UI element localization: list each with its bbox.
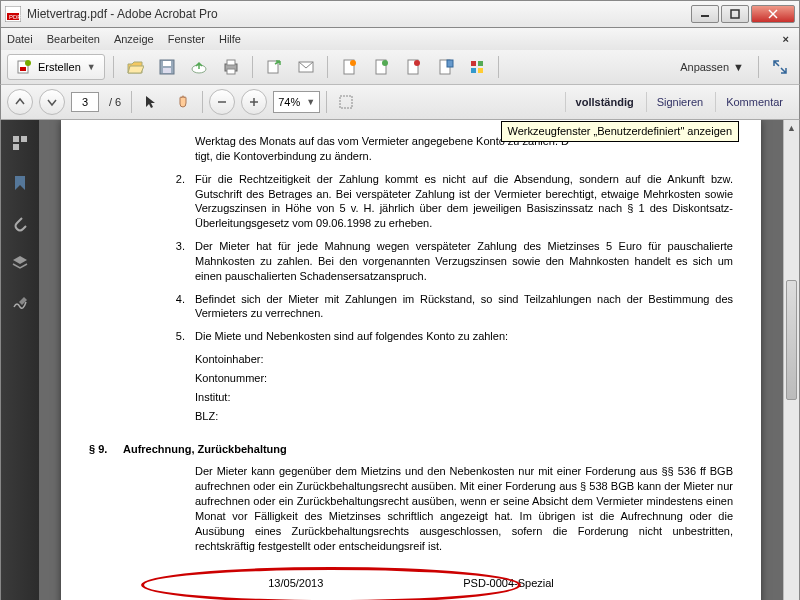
tab-signieren[interactable]: Signieren (646, 92, 713, 112)
toolbar-nav: / 6 74% ▼ vollständig Signieren Kommenta… (0, 85, 800, 120)
svg-rect-15 (227, 60, 235, 65)
marquee-zoom-button[interactable] (333, 89, 359, 115)
body-text: Befindet sich der Mieter mit Zahlungen i… (195, 292, 733, 322)
svg-rect-27 (471, 61, 476, 66)
section-body: Der Mieter kann gegenüber dem Mietzins u… (195, 464, 733, 553)
create-button[interactable]: Erstellen ▼ (7, 54, 105, 80)
menu-anzeige[interactable]: Anzeige (114, 33, 154, 45)
chevron-down-icon: ▼ (87, 62, 96, 72)
share-button[interactable] (261, 54, 287, 80)
svg-point-22 (382, 60, 388, 66)
section-title: Aufrechnung, Zurückbehaltung (123, 442, 287, 457)
body-text: Die Miete und Nebenkosten sind auf folge… (195, 329, 733, 344)
workspace: Werkzeugfenster „Benutzerdefiniert" anze… (0, 120, 800, 600)
zoom-out-button[interactable] (209, 89, 235, 115)
vertical-scrollbar[interactable]: ▲ ▼ (783, 120, 799, 600)
konto-inhaber: Kontoinhaber: (195, 352, 733, 367)
toolbar-main: Erstellen ▼ Anpassen ▼ (0, 50, 800, 85)
zoom-value: 74% (278, 96, 300, 108)
create-icon (16, 59, 32, 75)
page-total: / 6 (105, 96, 125, 108)
svg-rect-26 (447, 60, 453, 67)
customize-button[interactable]: Anpassen ▼ (674, 61, 750, 73)
customize-label: Anpassen (680, 61, 729, 73)
window-title: Mietvertrag.pdf - Adobe Acrobat Pro (27, 7, 691, 21)
zoom-select[interactable]: 74% ▼ (273, 91, 320, 113)
signatures-icon[interactable] (9, 292, 31, 314)
svg-rect-30 (478, 68, 483, 73)
doc2-button[interactable] (368, 54, 394, 80)
svg-point-9 (25, 60, 31, 66)
color-button[interactable] (464, 54, 490, 80)
bookmarks-icon[interactable] (9, 172, 31, 194)
titlebar: PDF Mietvertrag.pdf - Adobe Acrobat Pro (0, 0, 800, 28)
pdf-icon: PDF (5, 6, 21, 22)
cloud-button[interactable] (186, 54, 212, 80)
menubar: Datei Bearbeiten Anzeige Fenster Hilfe × (0, 28, 800, 50)
print-button[interactable] (218, 54, 244, 80)
select-tool-button[interactable] (138, 89, 164, 115)
tab-vollstaendig[interactable]: vollständig (565, 92, 644, 112)
svg-rect-12 (163, 68, 171, 73)
create-label: Erstellen (38, 61, 81, 73)
doc1-button[interactable] (336, 54, 362, 80)
maximize-button[interactable] (721, 5, 749, 23)
body-text: tigt, die Kontoverbindung zu ändern. (195, 150, 372, 162)
menu-bearbeiten[interactable]: Bearbeiten (47, 33, 100, 45)
document-area[interactable]: Werkzeugfenster „Benutzerdefiniert" anze… (39, 120, 783, 600)
svg-text:PDF: PDF (9, 14, 21, 20)
menu-fenster[interactable]: Fenster (168, 33, 205, 45)
tab-kommentar[interactable]: Kommentar (715, 92, 793, 112)
scroll-up-icon[interactable]: ▲ (784, 120, 799, 136)
svg-point-24 (414, 60, 420, 66)
email-button[interactable] (293, 54, 319, 80)
attachments-icon[interactable] (9, 212, 31, 234)
page-down-button[interactable] (39, 89, 65, 115)
chevron-down-icon: ▼ (306, 97, 315, 107)
side-panel (1, 120, 39, 600)
page-number-input[interactable] (71, 92, 99, 112)
close-button[interactable] (751, 5, 795, 23)
zoom-in-button[interactable] (241, 89, 267, 115)
minimize-button[interactable] (691, 5, 719, 23)
body-text: Der Mieter hat für jede Mahnung wegen ve… (195, 239, 733, 284)
konto-nummer: Kontonummer: (195, 371, 733, 386)
scroll-thumb[interactable] (786, 280, 797, 400)
konto-institut: Institut: (195, 390, 733, 405)
svg-rect-28 (478, 61, 483, 66)
save-button[interactable] (154, 54, 180, 80)
expand-button[interactable] (767, 54, 793, 80)
konto-blz: BLZ: (195, 409, 733, 424)
pdf-page: Werkzeugfenster „Benutzerdefiniert" anze… (61, 120, 761, 600)
section-number: § 9. (89, 442, 123, 457)
open-button[interactable] (122, 54, 148, 80)
tooltip: Werkzeugfenster „Benutzerdefiniert" anze… (501, 121, 739, 142)
svg-rect-4 (731, 10, 739, 18)
svg-rect-8 (20, 67, 26, 71)
menu-datei[interactable]: Datei (7, 33, 33, 45)
svg-point-20 (350, 60, 356, 66)
svg-rect-34 (340, 96, 352, 108)
body-text: Für die Rechtzeitigkeit der Zahlung komm… (195, 172, 733, 231)
doc4-button[interactable] (432, 54, 458, 80)
thumbnails-icon[interactable] (9, 132, 31, 154)
svg-rect-37 (13, 144, 19, 150)
svg-rect-29 (471, 68, 476, 73)
hand-tool-button[interactable] (170, 89, 196, 115)
page-up-button[interactable] (7, 89, 33, 115)
svg-rect-16 (227, 69, 235, 74)
svg-rect-36 (21, 136, 27, 142)
layers-icon[interactable] (9, 252, 31, 274)
menu-hilfe[interactable]: Hilfe (219, 33, 241, 45)
chevron-down-icon: ▼ (733, 61, 744, 73)
menu-close-icon[interactable]: × (783, 33, 793, 45)
annotation-ellipse (141, 567, 521, 600)
doc3-button[interactable] (400, 54, 426, 80)
svg-rect-35 (13, 136, 19, 142)
svg-rect-11 (163, 61, 171, 66)
